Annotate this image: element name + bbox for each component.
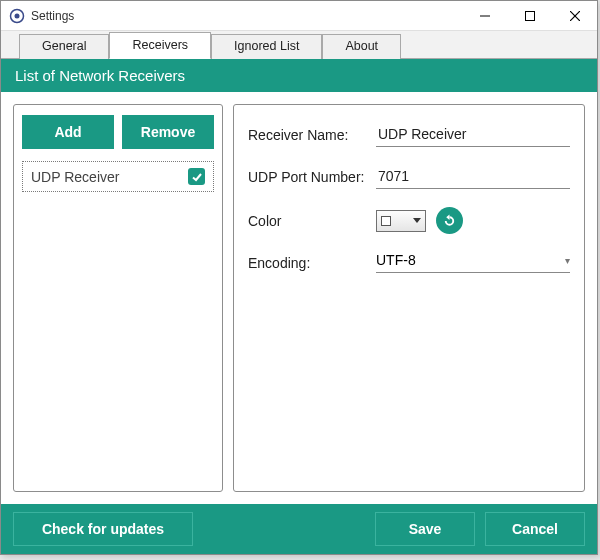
color-label: Color — [248, 213, 376, 229]
row-port: UDP Port Number: — [248, 165, 570, 189]
refresh-icon — [442, 213, 457, 229]
encoding-value: UTF-8 — [376, 252, 416, 268]
close-button[interactable] — [552, 1, 597, 30]
receiver-name-input[interactable] — [376, 123, 570, 147]
minimize-button[interactable] — [462, 1, 507, 30]
receivers-list-panel: Add Remove UDP Receiver — [13, 104, 223, 492]
close-icon — [570, 11, 580, 21]
receiver-details-panel: Receiver Name: UDP Port Number: Color — [233, 104, 585, 492]
tab-about[interactable]: About — [322, 34, 401, 59]
window-controls — [462, 1, 597, 30]
receiver-name-label: Receiver Name: — [248, 127, 376, 143]
section-header: List of Network Receivers — [1, 59, 597, 92]
port-label: UDP Port Number: — [248, 169, 376, 185]
row-color: Color — [248, 207, 570, 234]
main-content: Add Remove UDP Receiver Receiver Name: U… — [1, 92, 597, 504]
maximize-icon — [525, 11, 535, 21]
remove-button[interactable]: Remove — [122, 115, 214, 149]
add-button[interactable]: Add — [22, 115, 114, 149]
footer: Check for updates Save Cancel — [1, 504, 597, 554]
check-updates-button[interactable]: Check for updates — [13, 512, 193, 546]
row-encoding: Encoding: UTF-8 ▾ — [248, 252, 570, 273]
tab-receivers[interactable]: Receivers — [109, 32, 211, 59]
svg-marker-6 — [446, 214, 449, 220]
svg-rect-3 — [525, 11, 534, 20]
encoding-select[interactable]: UTF-8 ▾ — [376, 252, 570, 273]
list-item-label: UDP Receiver — [31, 169, 119, 185]
maximize-button[interactable] — [507, 1, 552, 30]
window-title: Settings — [31, 9, 74, 23]
color-swatch-icon — [381, 216, 391, 226]
tabbar: General Receivers Ignored List About — [1, 31, 597, 59]
settings-window: Settings General Receivers Ignored List … — [0, 0, 598, 555]
list-actions: Add Remove — [22, 115, 214, 149]
tab-general[interactable]: General — [19, 34, 109, 59]
encoding-label: Encoding: — [248, 255, 376, 271]
row-receiver-name: Receiver Name: — [248, 123, 570, 147]
port-input[interactable] — [376, 165, 570, 189]
footer-spacer — [203, 512, 365, 546]
cancel-button[interactable]: Cancel — [485, 512, 585, 546]
list-item[interactable]: UDP Receiver — [22, 161, 214, 192]
minimize-icon — [480, 11, 490, 21]
chevron-down-icon — [413, 218, 421, 223]
reset-color-button[interactable] — [436, 207, 463, 234]
color-dropdown[interactable] — [376, 210, 426, 232]
checkmark-icon — [188, 168, 205, 185]
chevron-down-icon: ▾ — [565, 255, 570, 266]
titlebar: Settings — [1, 1, 597, 31]
section-title: List of Network Receivers — [15, 67, 185, 84]
app-icon — [9, 8, 25, 24]
svg-point-1 — [15, 13, 20, 18]
save-button[interactable]: Save — [375, 512, 475, 546]
tab-ignored-list[interactable]: Ignored List — [211, 34, 322, 59]
